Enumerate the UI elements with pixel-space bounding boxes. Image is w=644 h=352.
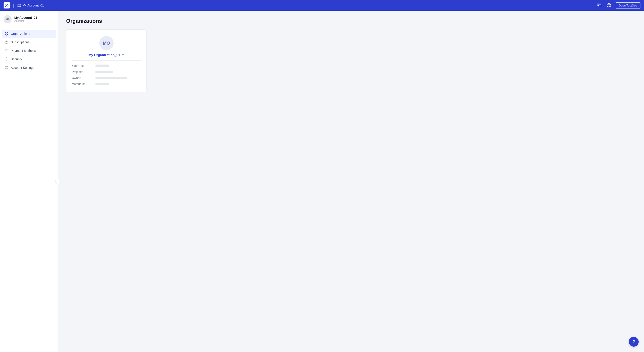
org-name: My Organization_01 — [88, 53, 120, 57]
svg-point-16 — [6, 42, 7, 42]
svg-rect-20 — [6, 59, 7, 60]
sidebar-item-organizations-label: Organizations — [11, 32, 30, 35]
org-details: Your Role: Projects: Owner: Members: — [72, 64, 141, 86]
svg-rect-5 — [598, 6, 599, 6]
org-detail-row-projects: Projects: — [72, 70, 141, 73]
svg-point-21 — [6, 67, 7, 68]
svg-point-13 — [6, 33, 7, 34]
org-detail-row-role: Your Role: — [72, 64, 141, 67]
org-detail-skeleton-role — [96, 65, 109, 67]
org-avatar: MO — [99, 36, 114, 50]
sidebar-account-name: My Account_01 — [14, 16, 37, 19]
sidebar-account-type: Account — [14, 19, 37, 22]
sidebar-item-account-settings-label: Account Settings — [11, 66, 34, 69]
org-detail-label-role: Your Role: — [72, 64, 92, 67]
org-detail-label-members: Members: — [72, 82, 92, 86]
sidebar-collapse-button[interactable]: ‹ — [55, 179, 60, 184]
org-detail-skeleton-owner — [96, 77, 127, 79]
topnav-chevron-icon: › — [45, 4, 46, 7]
organizations-icon — [4, 32, 8, 36]
org-detail-label-owner: Owner: — [72, 76, 92, 80]
org-card: MO My Organization_01 ✏ Your Role: Proje… — [66, 29, 147, 92]
sidebar-item-security[interactable]: Security — [2, 55, 56, 63]
sidebar: MA My Account_01 Account ‹ Organizations — [0, 11, 58, 352]
sidebar-item-payment-methods-label: Payment Methods — [11, 49, 36, 52]
org-detail-skeleton-members — [96, 83, 109, 85]
subscriptions-icon — [4, 40, 8, 44]
svg-rect-0 — [18, 4, 20, 6]
account-icon — [17, 4, 21, 7]
topnav-account-name: My Account_01 — [22, 3, 44, 7]
topnav: | My Account_01 › — [0, 0, 644, 11]
sidebar-avatar: MA — [4, 15, 12, 23]
org-detail-skeleton-projects — [96, 71, 113, 73]
open-testops-button[interactable]: Open TestOps — [615, 2, 640, 8]
org-name-row: My Organization_01 ✏ — [88, 53, 124, 57]
account-settings-icon — [4, 66, 8, 70]
sidebar-nav: Organizations Subscriptions — [0, 27, 58, 75]
security-icon — [4, 57, 8, 61]
org-detail-label-projects: Projects: — [72, 70, 92, 73]
help-button[interactable]: ? — [629, 337, 639, 347]
notifications-icon[interactable] — [596, 2, 603, 9]
svg-rect-19 — [5, 51, 6, 51]
globe-icon[interactable] — [605, 2, 612, 9]
org-detail-row-owner: Owner: — [72, 76, 141, 80]
topnav-account[interactable]: My Account_01 › — [17, 3, 46, 7]
topnav-left: | My Account_01 › — [4, 2, 46, 8]
svg-rect-4 — [598, 5, 599, 5]
sidebar-item-account-settings[interactable]: Account Settings — [2, 64, 56, 72]
sidebar-item-payment-methods[interactable]: Payment Methods — [2, 47, 56, 55]
org-edit-icon[interactable]: ✏ — [122, 53, 124, 56]
sidebar-item-subscriptions[interactable]: Subscriptions — [2, 38, 56, 46]
payment-methods-icon — [4, 49, 8, 53]
sidebar-item-organizations[interactable]: Organizations — [2, 30, 56, 38]
katalon-logo[interactable] — [4, 2, 10, 8]
topnav-right: Open TestOps — [596, 2, 640, 9]
page-title: Organizations — [66, 18, 636, 24]
main-content: Organizations MO My Organization_01 ✏ Yo… — [58, 11, 644, 352]
main-layout: MA My Account_01 Account ‹ Organizations — [0, 11, 644, 352]
topnav-divider: | — [13, 3, 14, 8]
svg-point-11 — [609, 5, 610, 5]
org-detail-row-members: Members: — [72, 82, 141, 86]
sidebar-account-info: My Account_01 Account — [14, 16, 37, 22]
sidebar-item-security-label: Security — [11, 57, 22, 61]
sidebar-header: MA My Account_01 Account — [0, 11, 58, 27]
sidebar-item-subscriptions-label: Subscriptions — [11, 40, 30, 44]
